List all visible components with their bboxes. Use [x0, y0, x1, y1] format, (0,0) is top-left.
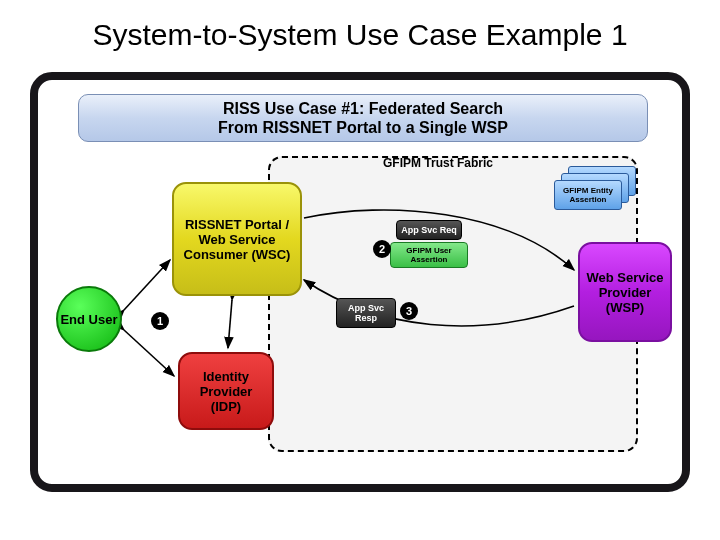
svg-line-0: [124, 260, 170, 310]
diagram-frame: RISS Use Case #1: Federated Search From …: [30, 72, 690, 492]
trust-fabric-label: GFIPM Trust Fabric: [383, 156, 493, 170]
node-rissnet-wsc: RISSNET Portal / Web Service Consumer (W…: [172, 182, 302, 296]
step-3-badge: 3: [400, 302, 418, 320]
entity-assertion-card: GFIPM Entity Assertion: [554, 180, 622, 210]
banner-line-1: RISS Use Case #1: Federated Search: [223, 99, 503, 118]
slide-title: System-to-System Use Case Example 1: [0, 0, 720, 62]
svg-line-1: [124, 330, 174, 376]
node-end-user: End User: [56, 286, 122, 352]
banner-line-2: From RISSNET Portal to a Single WSP: [218, 118, 508, 137]
tag-app-svc-req: App Svc Req: [396, 220, 462, 240]
tag-user-assertion: GFIPM User Assertion: [390, 242, 468, 268]
node-wsp: Web Service Provider (WSP): [578, 242, 672, 342]
tag-app-svc-resp: App Svc Resp: [336, 298, 396, 328]
step-1-badge: 1: [151, 312, 169, 330]
entity-assertion-stack: GFIPM Entity Assertion: [554, 166, 636, 210]
svg-line-2: [228, 300, 232, 348]
banner: RISS Use Case #1: Federated Search From …: [78, 94, 648, 142]
node-idp: Identity Provider (IDP): [178, 352, 274, 430]
step-2-badge: 2: [373, 240, 391, 258]
